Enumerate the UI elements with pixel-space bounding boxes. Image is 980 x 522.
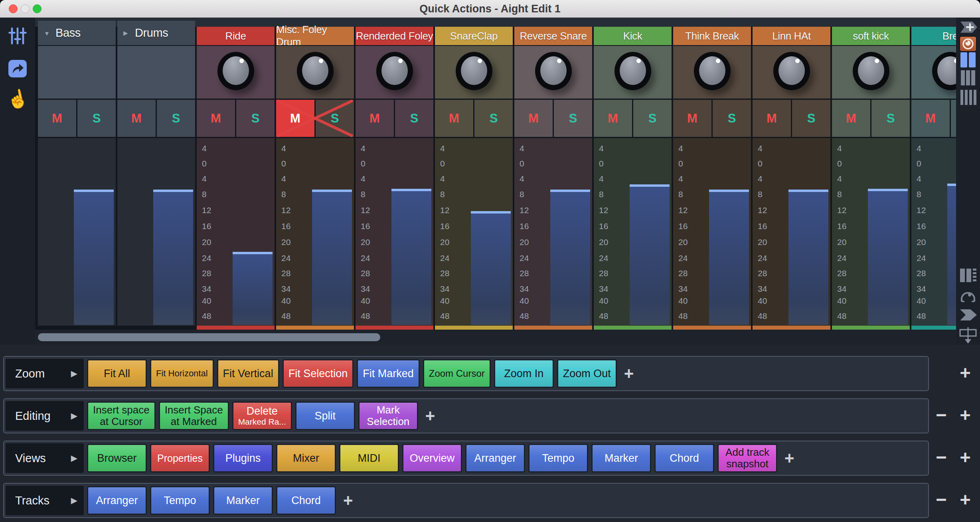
action-button-overview[interactable]: Overview xyxy=(402,444,462,473)
action-button-chord[interactable]: Chord xyxy=(654,444,714,473)
add-action-button[interactable]: + xyxy=(784,449,794,468)
solo-button[interactable]: S xyxy=(713,100,751,137)
solo-button[interactable]: S xyxy=(316,100,354,137)
volume-knob[interactable] xyxy=(614,52,651,90)
track-header-kick[interactable]: Kick xyxy=(594,27,672,45)
volume-knob[interactable] xyxy=(456,52,492,90)
action-button-mixer[interactable]: Mixer xyxy=(276,444,336,473)
volume-knob[interactable] xyxy=(932,52,956,90)
track-header-linn-hat[interactable]: Linn HAt xyxy=(753,27,830,45)
solo-button[interactable]: S xyxy=(395,100,433,137)
action-button-marker[interactable]: Marker xyxy=(213,486,273,515)
mute-button[interactable]: M xyxy=(911,100,950,137)
volume-fader-bar[interactable] xyxy=(74,190,114,325)
solo-button[interactable]: S xyxy=(792,100,830,137)
action-button-insert-space-at-marked[interactable]: Insert Spaceat Marked xyxy=(159,401,229,430)
action-button-tempo[interactable]: Tempo xyxy=(150,486,210,515)
three-columns-icon[interactable] xyxy=(960,70,976,87)
solo-button[interactable]: S xyxy=(77,100,116,137)
knob-panel-icon[interactable] xyxy=(959,36,977,52)
action-button-fit-selection[interactable]: Fit Selection xyxy=(283,359,354,388)
mute-button[interactable]: M xyxy=(356,100,394,137)
solo-button[interactable]: S xyxy=(554,100,592,137)
remove-row-button[interactable]: − xyxy=(930,446,953,470)
volume-knob[interactable] xyxy=(535,52,572,90)
solo-button[interactable]: S xyxy=(236,100,275,137)
action-button-insert-space-at-cursor[interactable]: Insert spaceat Cursor xyxy=(87,401,156,430)
action-row-label-editing[interactable]: Editing▶ xyxy=(6,401,84,431)
add-row-button[interactable]: + xyxy=(954,488,977,512)
add-row-button[interactable]: + xyxy=(954,362,977,386)
action-button-marker[interactable]: Marker xyxy=(591,444,651,473)
mute-button[interactable]: M xyxy=(197,100,235,137)
volume-fader-bar[interactable] xyxy=(550,190,590,325)
add-row-button[interactable]: + xyxy=(954,446,977,470)
row-expand-arrow-icon[interactable]: ▶ xyxy=(71,411,84,421)
mute-button[interactable]: M xyxy=(753,100,791,137)
collapse-arrow-icon[interactable]: ▶ xyxy=(123,30,128,37)
volume-fader-bar[interactable] xyxy=(788,190,828,325)
volume-knob[interactable] xyxy=(694,52,731,90)
solo-button[interactable]: S xyxy=(633,100,672,137)
action-button-zoom-in[interactable]: Zoom In xyxy=(494,359,554,388)
mute-button[interactable]: M xyxy=(594,100,632,137)
mute-button[interactable]: M xyxy=(514,100,553,137)
action-button-delete-marked-ra[interactable]: DeleteMarked Ra... xyxy=(232,401,292,430)
track-header-ride[interactable]: Ride xyxy=(197,27,275,45)
row-expand-arrow-icon[interactable]: ▶ xyxy=(71,496,84,505)
action-button-fit-all[interactable]: Fit All xyxy=(87,359,147,388)
add-row-button[interactable]: + xyxy=(954,404,977,428)
volume-fader-bar[interactable] xyxy=(868,189,908,325)
solo-button[interactable]: S xyxy=(871,100,910,137)
track-header-bass[interactable]: ▼Bass xyxy=(38,21,116,45)
volume-knob[interactable] xyxy=(297,52,334,90)
mute-button[interactable]: M xyxy=(117,100,156,137)
track-header-bre[interactable]: Bre xyxy=(911,27,956,45)
volume-fader-bar[interactable] xyxy=(947,184,956,325)
volume-knob[interactable] xyxy=(853,52,889,90)
remove-row-button[interactable]: − xyxy=(930,404,953,428)
action-button-arranger[interactable]: Arranger xyxy=(87,486,147,515)
action-button-properties[interactable]: Properties xyxy=(150,444,210,473)
automation-knob-icon[interactable] xyxy=(960,290,976,306)
volume-fader-bar[interactable] xyxy=(233,252,273,325)
action-button-browser[interactable]: Browser xyxy=(87,444,147,473)
solo-button[interactable]: S xyxy=(951,100,956,137)
mute-button[interactable]: M xyxy=(832,100,870,137)
solo-button[interactable]: S xyxy=(157,100,195,137)
action-row-label-zoom[interactable]: Zoom▶ xyxy=(6,359,84,388)
hand-tool-icon[interactable]: ☝ xyxy=(5,87,31,111)
volume-fader-bar[interactable] xyxy=(391,189,431,325)
volume-fader-bar[interactable] xyxy=(709,190,749,325)
two-columns-icon[interactable] xyxy=(960,52,976,69)
mute-button[interactable]: M xyxy=(276,100,314,137)
row-expand-arrow-icon[interactable]: ▶ xyxy=(71,369,84,378)
volume-knob[interactable] xyxy=(773,52,810,90)
volume-fader-bar[interactable] xyxy=(312,190,352,325)
action-button-add-track-snapshot[interactable]: Add tracksnapshot xyxy=(717,444,777,473)
action-button-arranger[interactable]: Arranger xyxy=(465,444,525,473)
solo-button[interactable]: S xyxy=(474,100,513,137)
add-action-button[interactable]: + xyxy=(425,406,435,425)
horizontal-scrollbar[interactable] xyxy=(38,333,380,341)
mute-button[interactable]: M xyxy=(673,100,711,137)
volume-fader-bar[interactable] xyxy=(630,184,670,325)
four-columns-icon[interactable] xyxy=(960,89,976,107)
action-row-label-tracks[interactable]: Tracks▶ xyxy=(6,486,84,515)
volume-fader-bar[interactable] xyxy=(471,211,511,325)
action-button-zoom-out[interactable]: Zoom Out xyxy=(557,359,617,388)
mute-button[interactable]: M xyxy=(38,100,76,137)
volume-knob[interactable] xyxy=(376,52,413,90)
action-button-mark-selection[interactable]: MarkSelection xyxy=(358,401,418,430)
track-list-icon[interactable] xyxy=(959,267,977,285)
track-header-reverse-snare[interactable]: Reverse Snare xyxy=(514,27,592,45)
track-header-snareclap[interactable]: SnareClap xyxy=(435,27,513,45)
mute-button[interactable]: M xyxy=(435,100,473,137)
track-header-drums[interactable]: ▶Drums xyxy=(117,21,195,45)
action-button-fit-marked[interactable]: Fit Marked xyxy=(357,359,420,388)
expand-arrow-icon[interactable]: ▼ xyxy=(44,30,49,36)
add-action-button[interactable]: + xyxy=(624,364,634,383)
track-header-think-break[interactable]: Think Break xyxy=(673,27,751,45)
track-header-misc-foley-drum[interactable]: Misc. Foley Drum xyxy=(276,27,354,45)
action-button-zoom-cursor[interactable]: Zoom Cursor xyxy=(423,359,491,388)
